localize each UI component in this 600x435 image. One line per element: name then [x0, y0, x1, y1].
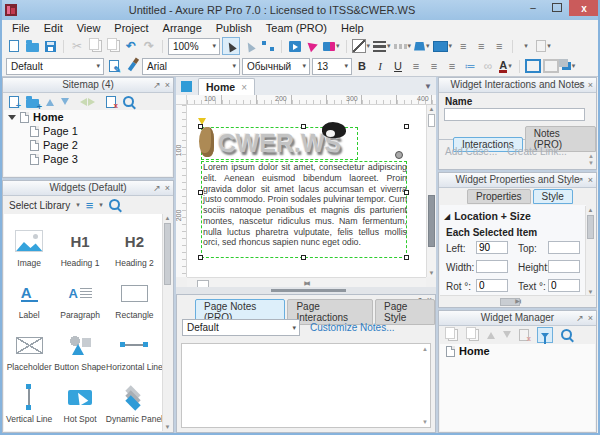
paste-button[interactable] — [105, 38, 121, 54]
font-family-select[interactable]: Arial ▾ — [142, 58, 240, 75]
edit-style-button[interactable]: ✎ — [106, 58, 122, 74]
library-button[interactable]: ▾ — [323, 38, 341, 54]
menu-project[interactable]: Project — [107, 22, 155, 34]
scroll-up-icon[interactable]: ▲ — [163, 214, 172, 222]
select-library-button[interactable]: Select Library — [9, 200, 70, 211]
italic-button[interactable]: I — [372, 58, 388, 74]
menu-file[interactable]: File — [5, 22, 37, 34]
left-input[interactable] — [476, 241, 508, 254]
preview-button[interactable] — [287, 38, 303, 54]
publish-button[interactable] — [305, 38, 321, 54]
line-style-button[interactable]: ▾ — [394, 38, 413, 54]
close-icon[interactable]: × — [588, 78, 593, 92]
expander-icon[interactable] — [8, 115, 16, 124]
filter-button[interactable] — [537, 327, 553, 343]
close-icon[interactable]: × — [588, 173, 593, 187]
widget-item-image[interactable]: Image — [4, 218, 54, 270]
widget-item-placeholder[interactable]: Placeholder — [4, 322, 54, 374]
scroll-down-icon[interactable]: ▼ — [427, 269, 436, 277]
import-button[interactable]: ▾ — [536, 38, 552, 54]
canvas-horizontal-scrollbar[interactable]: ◀ ▶ — [187, 277, 426, 287]
undo-button[interactable]: ↶ — [123, 38, 139, 54]
move-up-button[interactable] — [46, 95, 54, 106]
undock-icon[interactable]: ↗ — [576, 311, 584, 325]
selection-handle[interactable] — [198, 124, 203, 129]
create-link-link[interactable]: Create Link... — [507, 146, 566, 157]
location-size-section[interactable]: ◢ Location + Size — [444, 210, 531, 222]
widget-manager-item-home[interactable]: Home — [440, 344, 595, 358]
widget-item-hot-spot[interactable]: Hot Spot — [54, 374, 106, 426]
canvas-vertical-scrollbar[interactable]: ▲ ▼ — [426, 105, 436, 277]
align-bottom-button[interactable]: ≡ — [491, 38, 507, 54]
menu-team[interactable]: Team (PRO) — [259, 22, 334, 34]
add-page-button[interactable]: + — [9, 96, 19, 108]
sitemap-widgets-splitter[interactable] — [2, 178, 174, 180]
selection-handle[interactable] — [301, 255, 306, 260]
sitemap-item-page3[interactable]: Page 3 — [4, 152, 172, 166]
canvas-notes-splitter[interactable] — [176, 287, 436, 294]
close-icon[interactable]: × — [588, 311, 593, 325]
font-color-button[interactable]: A▾ — [498, 58, 514, 74]
list-view-button[interactable]: ≡ — [86, 199, 94, 212]
tab-properties[interactable]: Properties — [467, 189, 531, 204]
redo-button[interactable]: ↷ — [141, 38, 157, 54]
save-button[interactable] — [42, 38, 58, 54]
customize-notes-link[interactable]: Customize Notes... — [310, 322, 394, 333]
widget-style-select[interactable]: Default ▾ — [6, 58, 104, 75]
underline-button[interactable]: U — [390, 58, 406, 74]
design-canvas[interactable]: CWER.WS Lorem ipsum dolor sit amet, cons… — [187, 105, 426, 277]
scroll-down-icon[interactable]: ▼ — [588, 160, 594, 166]
close-button[interactable]: x — [569, 0, 599, 16]
menu-publish[interactable]: Publish — [209, 22, 259, 34]
tab-style[interactable]: Style — [533, 189, 573, 204]
scroll-up-icon[interactable]: ▲ — [586, 206, 595, 214]
scroll-right-icon[interactable]: ▶ — [440, 297, 595, 305]
format-painter-button[interactable] — [124, 58, 140, 74]
properties-horizontal-scrollbar[interactable]: ◀ ▶ — [440, 295, 595, 306]
border-style-button[interactable]: ▾ — [352, 38, 372, 54]
fill-color-button[interactable]: ▾ — [414, 38, 431, 54]
zoom-select[interactable]: 100% ▾ — [168, 38, 220, 55]
scroll-up-icon[interactable]: ▲ — [588, 153, 594, 159]
sitemap-item-page1[interactable]: Page 1 — [4, 124, 172, 138]
bullet-list-button[interactable]: ≔ — [462, 58, 478, 74]
widget-item-dynamic-panel[interactable]: Dynamic Panel — [106, 374, 163, 426]
scrollbar-thumb[interactable] — [587, 215, 594, 239]
panel-splitter[interactable] — [438, 308, 597, 310]
search-icon[interactable] — [123, 96, 134, 107]
close-icon[interactable]: × — [165, 78, 170, 92]
scroll-up-icon[interactable]: ▲ — [422, 346, 428, 352]
add-case-link[interactable]: Add Case... — [445, 146, 497, 157]
shape-fill-button[interactable]: ▾ — [433, 38, 454, 54]
align-right-button[interactable]: ≡ — [444, 58, 460, 74]
add-folder-button[interactable]: + — [26, 99, 39, 108]
indent-button[interactable] — [88, 98, 99, 106]
scrollbar-thumb-dark[interactable] — [428, 195, 435, 247]
selection-handle[interactable] — [404, 255, 409, 260]
crop-image-button[interactable] — [543, 58, 559, 74]
close-icon[interactable]: × — [165, 181, 170, 195]
font-size-select[interactable]: 13 ▾ — [312, 58, 352, 75]
left-splitter[interactable] — [174, 77, 176, 433]
copy-widget-button[interactable] — [469, 329, 479, 341]
height-input[interactable] — [548, 260, 580, 273]
maximize-button[interactable] — [545, 0, 569, 15]
move-up-button[interactable] — [487, 328, 495, 339]
scrollbar-thumb[interactable] — [428, 114, 435, 127]
sitemap-item-home[interactable]: Home — [4, 110, 172, 124]
cut-widget-button[interactable] — [448, 329, 458, 341]
toolbar-overflow-button[interactable]: ▾ — [518, 38, 534, 54]
widget-item-partial[interactable] — [4, 426, 54, 431]
connector-tool-button[interactable] — [260, 38, 276, 54]
open-file-button[interactable] — [24, 38, 40, 54]
widget-item-partial[interactable] — [54, 426, 106, 431]
top-input[interactable] — [548, 241, 580, 254]
selection-handle[interactable] — [198, 255, 203, 260]
tab-home[interactable]: Home × — [198, 78, 255, 95]
widget-item-button-shape[interactable]: Button Shape — [54, 322, 106, 374]
notes-set-select[interactable]: Default ▾ — [182, 319, 300, 336]
tab-list-chevron-icon[interactable]: ▼ — [424, 82, 432, 91]
align-left-button[interactable]: ≡ — [408, 58, 424, 74]
insert-link-button[interactable]: ∞ — [480, 58, 496, 74]
right-splitter[interactable] — [436, 77, 438, 433]
